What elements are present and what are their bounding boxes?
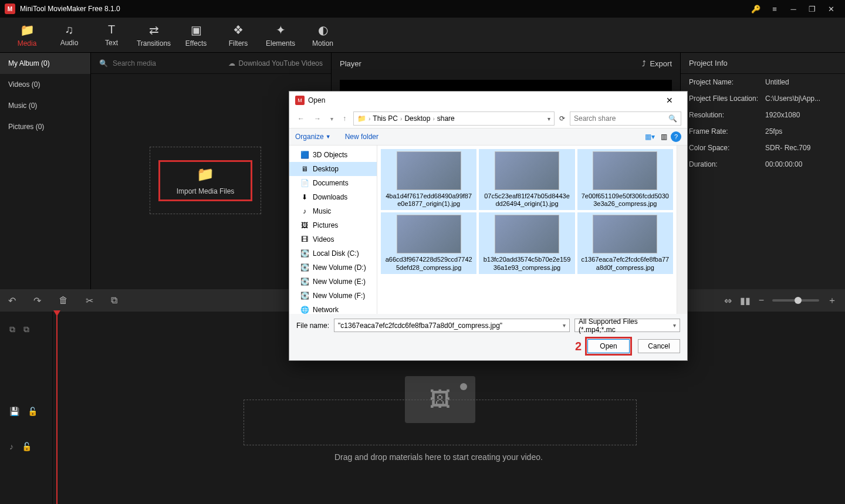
file-item[interactable]: a66cd3f9674228d529ccd77425defd28_compres… [381,212,476,273]
export-button[interactable]: ⤴ Export [642,59,672,68]
new-folder-button[interactable]: New folder [345,133,378,141]
track-group-icon[interactable]: ⧉ [9,324,15,334]
cancel-button[interactable]: Cancel [638,339,680,353]
tree-item[interactable]: 💽Local Disk (C:) [289,246,377,261]
track-group2-icon[interactable]: ⧉ [23,324,29,334]
tab-audio[interactable]: ♫Audio [48,18,90,52]
zoom-in-button[interactable]: ＋ [827,295,837,307]
dialog-close-button[interactable]: ✕ [658,96,681,105]
project-info-title: Project Info [681,53,845,74]
breadcrumb-segment[interactable]: share [437,114,455,123]
tree-item[interactable]: 💽New Volume (F:) [289,289,377,303]
chevron-down-icon[interactable]: ▾ [547,116,550,122]
tree-item[interactable]: 🖼Pictures [289,218,377,232]
top-tabs: 📁Media♫AudioTText⇄Transitions▣Effects❖Fi… [0,18,845,53]
tree-item-label: Documents [313,179,349,187]
tab-transitions[interactable]: ⇄Transitions [133,18,175,52]
file-item[interactable]: 7e00f651109e50f306fcdd50303e3a26_compres… [577,149,673,210]
chevron-right-icon: › [432,116,434,122]
view-mode-button[interactable]: ▦▾ [643,133,657,141]
refresh-button[interactable]: ⟳ [559,114,565,123]
media-dropzone[interactable]: 📁 Import Media Files [150,147,261,214]
file-item[interactable]: 4ba1d4f7617edd68490a99f87e0e1877_origin(… [381,149,476,210]
tab-elements[interactable]: ✦Elements [259,18,302,52]
download-youtube-link[interactable]: ☁ Download YouTube Videos [228,59,323,67]
zoom-out-button[interactable]: − [759,295,764,306]
tree-item-icon: 🌐 [300,306,309,314]
music-track-icon[interactable]: ♪ [9,442,13,451]
filename-input[interactable]: "c1367eaca7efc2fcdc6fe8fba77a8d0f_compre… [334,319,570,332]
help-icon[interactable]: ? [671,131,681,142]
breadcrumb-segment[interactable]: Desktop [404,114,430,123]
zoom-slider[interactable] [772,299,819,302]
split-button[interactable]: ✂ [86,295,93,306]
tab-label: Motion [312,39,333,48]
save-track-icon[interactable]: 💾 [9,407,19,416]
breadcrumb-segment[interactable]: This PC [373,114,398,123]
sidebar-item[interactable]: My Album (0) [0,53,90,74]
import-media-button[interactable]: 📁 Import Media Files [158,160,252,201]
redo-button[interactable]: ↷ [33,295,41,306]
nav-up-button[interactable]: ↑ [340,114,349,123]
tab-effects[interactable]: ▣Effects [175,18,217,52]
snap-button[interactable]: ▮▮ [740,295,751,306]
transitions-icon: ⇄ [149,23,159,37]
tree-item-icon: 💽 [300,263,309,272]
info-row: Project Name:Untitled [681,74,845,90]
file-item[interactable]: c1367eaca7efc2fcdc6fe8fba77a8d0f_compres… [577,212,673,273]
menu-icon[interactable]: ≡ [765,0,784,18]
undo-button[interactable]: ↶ [8,295,16,306]
tree-item[interactable]: 🖥Desktop [289,162,377,176]
playhead[interactable] [56,312,58,504]
tab-media[interactable]: 📁Media [6,18,48,52]
tree-item[interactable]: 🟦3D Objects [289,148,377,162]
tree-item-icon: ♪ [300,207,309,215]
import-label: Import Media Files [177,187,235,195]
tab-motion[interactable]: ◐Motion [302,18,344,52]
breadcrumb-bar[interactable]: 📁 › This PC › Desktop › share ▾ [353,111,555,126]
fit-button[interactable]: ⇔ [724,295,732,306]
file-name: 7e00f651109e50f306fcdd50303e3a26_compres… [581,192,669,208]
nav-forward-button[interactable]: → [312,114,323,123]
chevron-down-icon[interactable]: ▾ [563,322,566,329]
tree-item-label: New Volume (F:) [313,292,365,300]
sidebar-item[interactable]: Pictures (0) [0,116,90,137]
crop-button[interactable]: ⧉ [111,295,117,306]
elements-icon: ✦ [276,23,286,37]
info-key: Project Name: [689,78,765,86]
delete-button[interactable]: 🗑 [59,295,68,306]
tree-item[interactable]: ♪Music [289,204,377,218]
file-item[interactable]: 07c5c23eaf81f247b05d8443edd26494_origin(… [479,149,574,210]
tree-item-icon: 🟦 [300,151,309,159]
scrollbar[interactable] [677,146,687,314]
timeline-dropzone[interactable] [244,400,637,445]
preview-pane-button[interactable]: ▥ [657,133,671,141]
organize-menu[interactable]: Organize▼ [295,133,331,141]
lock-video-icon[interactable]: 🔓 [28,407,38,416]
minimize-button[interactable]: ─ [784,0,803,18]
lock-audio-icon[interactable]: 🔓 [22,442,32,451]
file-item[interactable]: b13fc20add3574c5b70e2e15936a1e93_compres… [479,212,574,273]
file-filter-select[interactable]: All Supported Files (*.mp4;*.mc ▾ [574,319,680,332]
tree-item[interactable]: 🌐Network [289,303,377,314]
tree-item[interactable]: ⬇Downloads [289,190,377,204]
sidebar-item[interactable]: Music (0) [0,95,90,116]
nav-history-button[interactable]: ▾ [328,116,336,122]
tab-text[interactable]: TText [90,18,133,52]
search-media-input[interactable] [113,59,224,67]
maximize-button[interactable]: ❐ [803,0,822,18]
tree-item[interactable]: 💽New Volume (D:) [289,261,377,275]
chevron-down-icon[interactable]: ▾ [673,322,676,329]
filename-value: "c1367eaca7efc2fcdc6fe8fba77a8d0f_compre… [338,322,502,330]
key-icon[interactable]: 🔑 [746,0,765,18]
close-button[interactable]: ✕ [822,0,840,18]
tree-item[interactable]: 📄Documents [289,176,377,190]
tab-filters[interactable]: ❖Filters [217,18,259,52]
dialog-search-box[interactable]: 🔍 [570,111,681,126]
sidebar-item[interactable]: Videos (0) [0,74,90,95]
open-button[interactable]: Open [587,339,630,353]
tree-item[interactable]: 🎞Videos [289,232,377,246]
dialog-search-input[interactable] [574,114,668,123]
tree-item[interactable]: 💽New Volume (E:) [289,275,377,289]
nav-back-button[interactable]: ← [295,114,307,123]
